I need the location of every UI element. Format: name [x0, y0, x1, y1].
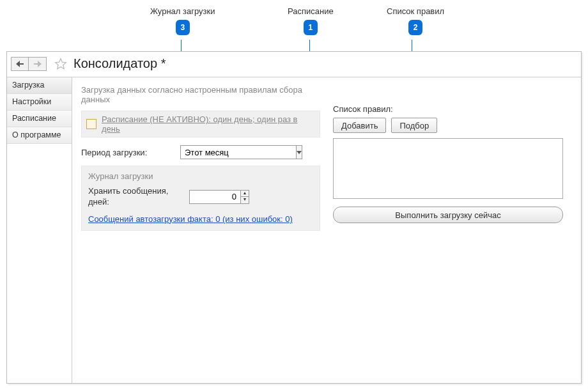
- spinner-up-button[interactable]: ▲: [240, 190, 249, 197]
- callout-label-schedule: Расписание: [288, 6, 334, 16]
- callout-badge-schedule: 1: [304, 20, 318, 35]
- rules-list[interactable]: [333, 138, 563, 199]
- star-icon[interactable]: [54, 58, 67, 70]
- sidebar-item-label: О программе: [12, 130, 61, 139]
- callout-rules: Список правил 2: [387, 6, 444, 35]
- period-dropdown-button[interactable]: [296, 145, 302, 159]
- back-button[interactable]: [11, 57, 29, 71]
- sidebar-item-label: Расписание: [12, 114, 56, 123]
- schedule-box: Расписание (НЕ АКТИВНО): один день; один…: [81, 111, 320, 137]
- rules-list-label: Список правил:: [333, 104, 572, 114]
- keep-days-label: Хранить сообщения, дней:: [88, 186, 184, 208]
- sidebar-item-label: Загрузка: [12, 81, 45, 90]
- arrow-left-icon: [16, 61, 24, 67]
- schedule-checkbox[interactable]: [86, 119, 97, 129]
- nav-group: [11, 57, 47, 71]
- keep-days-spinner: ▲ ▼: [189, 190, 249, 204]
- column-right: Список правил: Добавить Подбор Выполнить…: [333, 85, 572, 374]
- sidebar: Загрузка Настройки Расписание О программ…: [7, 77, 72, 383]
- annotations: Журнал загрузки 3 Расписание 1 Список пр…: [0, 0, 588, 51]
- log-panel-title: Журнал загрузки: [88, 171, 313, 181]
- add-button[interactable]: Добавить: [333, 118, 386, 133]
- period-input[interactable]: [180, 145, 296, 159]
- window-title: Консолидатор *: [74, 56, 166, 71]
- app-window: Консолидатор * Загрузка Настройки Распис…: [6, 51, 582, 384]
- arrow-right-icon: [34, 61, 42, 67]
- chevron-down-icon: [297, 151, 302, 154]
- main-content: Загрузка данных согласно настроенным пра…: [72, 77, 581, 383]
- log-panel: Журнал загрузки Хранить сообщения, дней:…: [81, 166, 320, 231]
- keep-days-input[interactable]: [189, 190, 240, 204]
- callout-label-log: Журнал загрузки: [150, 6, 215, 16]
- column-left: Загрузка данных согласно настроенным пра…: [81, 85, 320, 374]
- pick-button[interactable]: Подбор: [391, 118, 437, 133]
- window-body: Загрузка Настройки Расписание О программ…: [7, 77, 581, 383]
- run-load-button[interactable]: Выполнить загрузку сейчас: [333, 207, 563, 223]
- keep-days-row: Хранить сообщения, дней: ▲ ▼: [88, 186, 313, 208]
- period-row: Период загрузки:: [81, 145, 320, 159]
- autoload-messages-link[interactable]: Сообщений автозагрузки факта: 0 (из них …: [88, 214, 293, 224]
- rules-button-row: Добавить Подбор: [333, 118, 572, 133]
- titlebar: Консолидатор *: [7, 52, 581, 77]
- period-select: [180, 145, 295, 159]
- sidebar-item-label: Настройки: [12, 97, 51, 106]
- callout-badge-rules: 2: [408, 20, 422, 35]
- sidebar-item-load[interactable]: Загрузка: [7, 77, 72, 94]
- forward-button[interactable]: [29, 57, 47, 71]
- callout-schedule: Расписание 1: [288, 6, 334, 35]
- callout-label-rules: Список правил: [387, 6, 444, 16]
- sidebar-item-about[interactable]: О программе: [7, 127, 72, 144]
- spinner-down-button[interactable]: ▼: [240, 197, 249, 204]
- sidebar-item-schedule[interactable]: Расписание: [7, 111, 72, 127]
- sidebar-item-settings[interactable]: Настройки: [7, 94, 72, 111]
- period-label: Период загрузки:: [81, 148, 180, 157]
- callout-badge-log: 3: [176, 20, 190, 35]
- schedule-link[interactable]: Расписание (НЕ АКТИВНО): один день; один…: [102, 114, 315, 134]
- callout-log: Журнал загрузки 3: [150, 6, 215, 35]
- description-text: Загрузка данных согласно настроенным пра…: [81, 85, 320, 104]
